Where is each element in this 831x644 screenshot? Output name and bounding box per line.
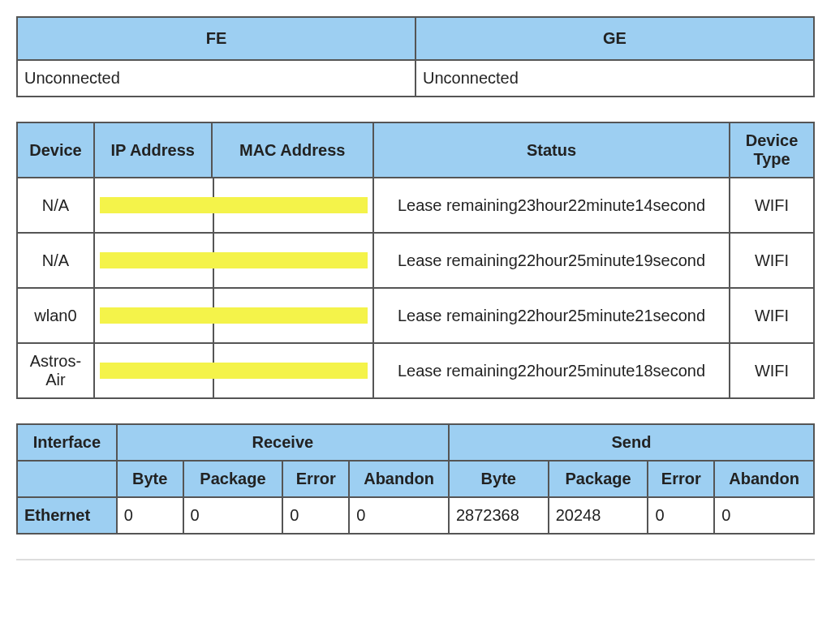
dev-type: WIFI bbox=[730, 288, 814, 343]
stats-subheader-send-byte: Byte bbox=[449, 461, 549, 497]
conn-header-ge: GE bbox=[416, 17, 814, 60]
dev-ip-mac-redacted bbox=[94, 343, 373, 398]
stats-send-package: 20248 bbox=[549, 497, 648, 534]
stats-interface: Ethernet bbox=[17, 497, 117, 534]
divider bbox=[16, 559, 815, 560]
stats-recv-abandon: 0 bbox=[349, 497, 449, 534]
connection-table: FE GE Unconnected Unconnected bbox=[16, 16, 815, 97]
table-row: Astros-Air Lease remaining22hour25minute… bbox=[17, 343, 814, 398]
dev-status: Lease remaining22hour25minute18second bbox=[373, 343, 730, 398]
stats-subheader-recv-abandon: Abandon bbox=[349, 461, 449, 497]
redaction-bar bbox=[100, 197, 368, 213]
conn-value-ge: Unconnected bbox=[416, 60, 814, 97]
dev-header-device: Device bbox=[17, 122, 94, 178]
redaction-bar bbox=[100, 307, 368, 324]
stats-table: Interface Receive Send Byte Package Erro… bbox=[16, 423, 815, 535]
stats-subheader-blank bbox=[17, 461, 117, 497]
dev-device: N/A bbox=[17, 178, 94, 233]
stats-recv-byte: 0 bbox=[117, 497, 183, 534]
stats-subheader-recv-byte: Byte bbox=[117, 461, 183, 497]
stats-send-error: 0 bbox=[648, 497, 714, 534]
table-row: wlan0 Lease remaining22hour25minute21sec… bbox=[17, 288, 814, 343]
dev-status: Lease remaining22hour25minute21second bbox=[373, 288, 730, 343]
stats-recv-error: 0 bbox=[282, 497, 349, 534]
stats-subheader-send-error: Error bbox=[648, 461, 714, 497]
dev-status: Lease remaining22hour25minute19second bbox=[373, 233, 730, 288]
stats-subheader-send-abandon: Abandon bbox=[714, 461, 814, 497]
dev-type: WIFI bbox=[730, 178, 814, 233]
dev-device: wlan0 bbox=[17, 288, 94, 343]
table-row: Ethernet 0 0 0 0 2872368 20248 0 0 bbox=[17, 497, 814, 534]
table-row: Unconnected Unconnected bbox=[17, 60, 814, 97]
dev-ip-mac-redacted bbox=[94, 178, 373, 233]
stats-header-interface: Interface bbox=[17, 424, 117, 461]
dev-header-mac: MAC Address bbox=[212, 122, 373, 178]
devices-table: Device IP Address MAC Address Status Dev… bbox=[16, 122, 815, 399]
dev-ip-mac-redacted bbox=[94, 233, 373, 288]
stats-header-receive: Receive bbox=[117, 424, 449, 461]
stats-send-abandon: 0 bbox=[714, 497, 814, 534]
conn-value-fe: Unconnected bbox=[17, 60, 416, 97]
stats-header-send: Send bbox=[449, 424, 814, 461]
stats-subheader-recv-error: Error bbox=[282, 461, 349, 497]
dev-ip-mac-redacted bbox=[94, 288, 373, 343]
dev-type: WIFI bbox=[730, 233, 814, 288]
conn-header-fe: FE bbox=[17, 17, 416, 60]
dev-header-ip: IP Address bbox=[94, 122, 212, 178]
dev-header-status: Status bbox=[373, 122, 730, 178]
dev-device: N/A bbox=[17, 233, 94, 288]
stats-subheader-recv-package: Package bbox=[183, 461, 283, 497]
dev-device: Astros-Air bbox=[17, 343, 94, 398]
redaction-bar bbox=[100, 363, 368, 379]
table-row: N/A Lease remaining23hour22minute14secon… bbox=[17, 178, 814, 233]
stats-send-byte: 2872368 bbox=[449, 497, 549, 534]
table-row: N/A Lease remaining22hour25minute19secon… bbox=[17, 233, 814, 288]
stats-subheader-send-package: Package bbox=[549, 461, 648, 497]
dev-header-type: Device Type bbox=[730, 122, 814, 178]
stats-recv-package: 0 bbox=[183, 497, 283, 534]
dev-type: WIFI bbox=[730, 343, 814, 398]
dev-status: Lease remaining23hour22minute14second bbox=[373, 178, 730, 233]
redaction-bar bbox=[100, 252, 368, 268]
